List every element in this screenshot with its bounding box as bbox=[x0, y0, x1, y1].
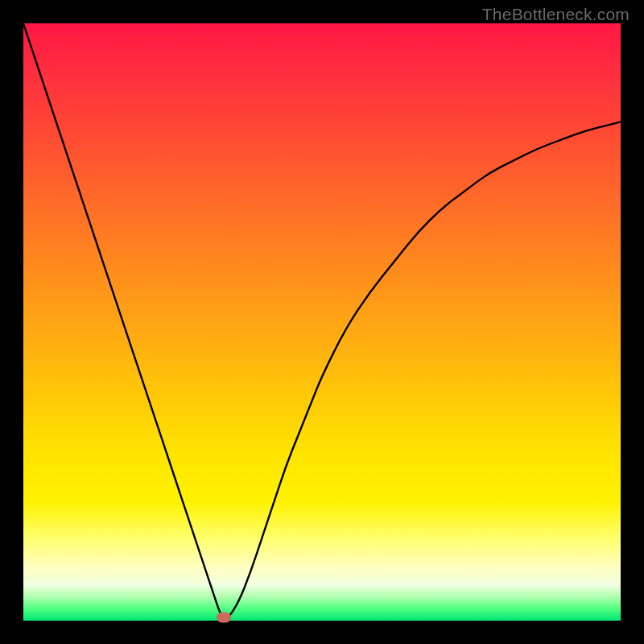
curve-svg bbox=[23, 23, 621, 621]
bottleneck-curve bbox=[23, 23, 621, 618]
optimal-point-marker bbox=[217, 613, 231, 623]
chart-frame: TheBottleneck.com bbox=[0, 0, 644, 644]
watermark-text: TheBottleneck.com bbox=[482, 5, 630, 24]
plot-area bbox=[23, 23, 621, 621]
